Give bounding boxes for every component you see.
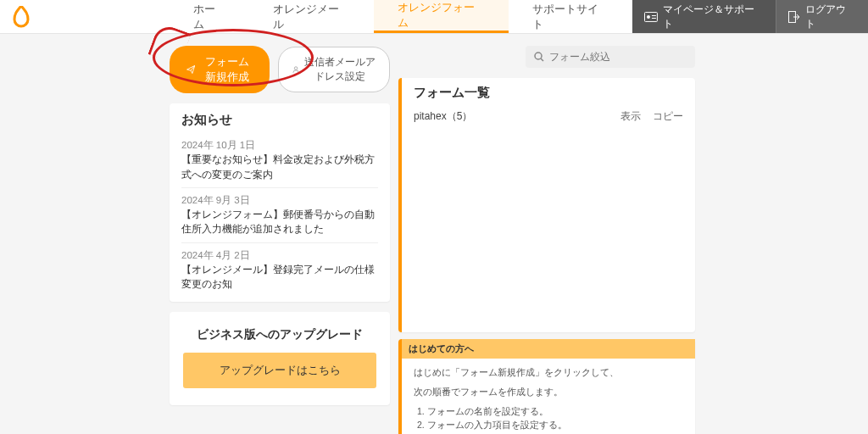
logo bbox=[0, 0, 42, 33]
help-card: はじめての方へ はじめに「フォーム新規作成」をクリックして、 次の順番でフォーム… bbox=[398, 339, 695, 434]
new-form-label: フォーム新規作成 bbox=[202, 54, 253, 85]
topbar: ホーム オレンジメール オレンジフォーム サポートサイト マイページ＆サポート … bbox=[0, 0, 868, 34]
search-box[interactable] bbox=[526, 46, 695, 68]
tab-support[interactable]: サポートサイト bbox=[509, 0, 632, 33]
paper-plane-icon bbox=[186, 62, 195, 77]
mypage-button[interactable]: マイページ＆サポート bbox=[632, 0, 776, 33]
news-date: 2024年 4月 2日 bbox=[181, 248, 378, 263]
svg-point-1 bbox=[647, 15, 650, 19]
news-title: お知らせ bbox=[181, 112, 378, 128]
person-icon bbox=[292, 64, 299, 75]
help-titlebar: はじめての方へ bbox=[402, 339, 695, 359]
topbar-right: マイページ＆サポート ログアウト bbox=[632, 0, 868, 33]
sender-settings-button[interactable]: 送信者メールアドレス設定 bbox=[278, 47, 390, 92]
news-body: 【重要なお知らせ】料金改定および外税方式への変更のご案内 bbox=[181, 153, 378, 182]
tab-home[interactable]: ホーム bbox=[170, 0, 250, 33]
new-form-button[interactable]: フォーム新規作成 bbox=[170, 46, 270, 93]
help-body: はじめに「フォーム新規作成」をクリックして、 次の順番でフォームを作成します。 … bbox=[414, 365, 683, 434]
right-column: フォーム一覧 pitahex（5） 表示 コピー はじめての方へ はじめに「フォ… bbox=[398, 46, 695, 434]
news-card: お知らせ 2024年 10月 1日 【重要なお知らせ】料金改定および外税方式への… bbox=[170, 103, 390, 302]
form-row-copy[interactable]: コピー bbox=[653, 109, 683, 124]
card-icon bbox=[644, 12, 658, 22]
news-item[interactable]: 2024年 10月 1日 【重要なお知らせ】料金改定および外税方式への変更のご案… bbox=[181, 133, 378, 188]
help-intro-2: 次の順番でフォームを作成します。 bbox=[414, 385, 683, 399]
help-step: 1. フォームの名前を設定する。 bbox=[417, 404, 683, 419]
svg-point-6 bbox=[535, 53, 542, 59]
flame-icon bbox=[12, 6, 31, 28]
left-column: フォーム新規作成 送信者メールアドレス設定 お知らせ 2024年 10月 1日 … bbox=[170, 46, 390, 405]
search-icon bbox=[534, 52, 544, 62]
logout-label: ログアウト bbox=[805, 3, 856, 31]
form-row: pitahex（5） 表示 コピー bbox=[414, 109, 683, 124]
upgrade-card: ビジネス版へのアップグレード アップグレードはこちら bbox=[170, 312, 390, 405]
news-date: 2024年 9月 3日 bbox=[181, 193, 378, 208]
logout-button[interactable]: ログアウト bbox=[776, 0, 868, 33]
upgrade-button[interactable]: アップグレードはこちら bbox=[183, 353, 376, 388]
sender-settings-label: 送信者メールアドレス設定 bbox=[304, 55, 376, 84]
tab-orange-mail[interactable]: オレンジメール bbox=[249, 0, 373, 33]
help-intro-1: はじめに「フォーム新規作成」をクリックして、 bbox=[414, 365, 683, 380]
news-body: 【オレンジフォーム】郵便番号からの自動住所入力機能が追加されました bbox=[181, 208, 378, 237]
svg-line-7 bbox=[541, 58, 543, 61]
action-button-row: フォーム新規作成 送信者メールアドレス設定 bbox=[170, 46, 390, 93]
logout-icon bbox=[788, 11, 800, 23]
upgrade-heading: ビジネス版へのアップグレード bbox=[183, 327, 376, 342]
forms-list-card: フォーム一覧 pitahex（5） 表示 コピー bbox=[398, 78, 695, 332]
content: フォーム新規作成 送信者メールアドレス設定 お知らせ 2024年 10月 1日 … bbox=[0, 34, 868, 434]
form-row-view[interactable]: 表示 bbox=[620, 109, 641, 124]
svg-rect-0 bbox=[645, 12, 658, 21]
svg-point-5 bbox=[294, 67, 298, 70]
help-steps: 1. フォームの名前を設定する。 2. フォームの入力項目を設定する。 3. フ… bbox=[414, 404, 683, 434]
news-body: 【オレンジメール】登録完了メールの仕様変更のお知 bbox=[181, 263, 378, 292]
tab-orange-form[interactable]: オレンジフォーム bbox=[374, 0, 509, 33]
svg-rect-3 bbox=[652, 17, 656, 18]
help-step: 2. フォームの入力項目を設定する。 bbox=[417, 418, 683, 432]
nav-tabs: ホーム オレンジメール オレンジフォーム サポートサイト bbox=[170, 0, 633, 33]
news-item[interactable]: 2024年 9月 3日 【オレンジフォーム】郵便番号からの自動住所入力機能が追加… bbox=[181, 188, 378, 243]
mypage-label: マイページ＆サポート bbox=[663, 3, 764, 31]
form-row-name[interactable]: pitahex（5） bbox=[414, 109, 609, 124]
news-item[interactable]: 2024年 4月 2日 【オレンジメール】登録完了メールの仕様変更のお知 bbox=[181, 243, 378, 298]
search-row bbox=[398, 46, 695, 68]
search-input[interactable] bbox=[549, 51, 687, 63]
news-date: 2024年 10月 1日 bbox=[181, 138, 378, 153]
forms-list-title: フォーム一覧 bbox=[414, 85, 683, 101]
svg-rect-2 bbox=[652, 15, 656, 16]
